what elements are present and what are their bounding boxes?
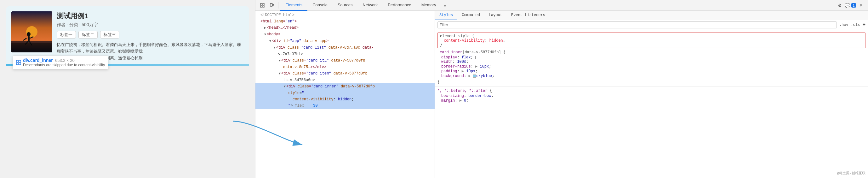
svg-rect-18	[270, 3, 273, 6]
background-color-swatch[interactable]	[473, 75, 476, 78]
prop-background: background: ▶ skyblue;	[441, 74, 866, 78]
card-container: 测试用例1 作者 · 分类 · 500万字 标签一 标签二 标签三 忆在广陵初，…	[6, 6, 249, 66]
styles-cls-button[interactable]: .cls	[851, 23, 860, 27]
watermark: @稀土掘·创维互联	[837, 171, 866, 176]
styles-filter-row: :hov .cls +	[435, 20, 868, 30]
tab-network[interactable]: Network	[358, 0, 383, 11]
styles-tabs: Styles Computed Layout Event Listeners	[435, 11, 868, 20]
notification-count: 1	[851, 3, 856, 7]
svg-rect-14	[260, 3, 262, 5]
prop-display: display: flex;	[441, 55, 866, 60]
svg-rect-12	[19, 63, 21, 65]
devtools-content: <!DOCTYPE html> <html lang="en"> ▶<head>…	[255, 11, 868, 178]
dom-body[interactable]: ▼<body>	[255, 31, 435, 38]
tab-sources[interactable]: Sources	[333, 0, 358, 11]
dom-doctype[interactable]: <!DOCTYPE html>	[255, 12, 435, 18]
dom-card-inner-style[interactable]: style="	[255, 90, 435, 96]
styles-tab-event-listeners[interactable]: Event Listeners	[507, 11, 550, 20]
content-visibility-prop: content-visibility	[444, 38, 485, 43]
prop-border-radius: border-radius: ▶ 10px;	[441, 64, 866, 69]
svg-rect-4	[28, 36, 30, 41]
devtools-tabs: Elements Console Sources Network Perform…	[280, 0, 835, 11]
more-tabs-button[interactable]: »	[441, 3, 449, 8]
svg-point-1	[26, 26, 37, 37]
dom-card-inner-close[interactable]: "> flex == $0	[255, 103, 435, 109]
prop-margin: margin: ▶ 0;	[441, 98, 866, 103]
card-inner-close: }	[435, 79, 868, 85]
card-inner: 测试用例1 作者 · 分类 · 500万字 标签一 标签二 标签三 忆在广陵初，…	[11, 11, 244, 61]
svg-rect-16	[260, 6, 262, 7]
tag-3[interactable]: 标签三	[100, 31, 119, 39]
dom-card-list-2[interactable]: v-7a7a37b1>	[255, 51, 435, 57]
webpage-preview: 测试用例1 作者 · 分类 · 500万字 标签一 标签二 标签三 忆在广陵初，…	[0, 0, 255, 178]
prop-width: width: 100%;	[441, 60, 866, 64]
styles-filter-input[interactable]	[437, 22, 837, 28]
dom-html[interactable]: <html lang="en">	[255, 18, 435, 25]
styles-tab-computed[interactable]: Computed	[457, 11, 485, 20]
content-visibility-val: hidden	[490, 38, 503, 43]
styles-hov-button[interactable]: :hov	[839, 23, 848, 27]
device-toolbar-button[interactable]	[268, 1, 276, 10]
dom-head[interactable]: ▶<head>…</head>	[255, 25, 435, 31]
svg-rect-19	[273, 4, 274, 6]
card-inner-selector: .card_inner[data-v-5877d0fb] {	[435, 50, 868, 55]
dom-card-item-1[interactable]: ▶<div class="card_it…" data-v-5877d0fb	[255, 57, 435, 64]
tooltip-desc: Descendants are skipped due to content-v…	[23, 63, 105, 67]
dom-card-item-2[interactable]: ▼<div class="card_item" data-v-5877d0fb	[255, 70, 435, 77]
universal-selector: *, *::before, *::after {	[435, 88, 868, 94]
svg-rect-10	[19, 60, 21, 62]
element-style-rule: element.style { content-visibility: hidd…	[437, 32, 866, 48]
card-content: 测试用例1 作者 · 分类 · 500万字 标签一 标签二 标签三 忆在广陵初，…	[57, 11, 244, 61]
card-inner-rule: .card_inner[data-v-5877d0fb] { display: …	[435, 50, 868, 85]
card-title: 测试用例1	[57, 11, 244, 21]
styles-tab-layout[interactable]: Layout	[485, 11, 507, 20]
styles-add-button[interactable]: +	[862, 22, 866, 28]
element-style-selector: element.style {	[440, 34, 863, 38]
card-image	[11, 11, 52, 52]
tab-memory[interactable]: Memory	[416, 0, 441, 11]
card-inner-props: display: flex; width: 100%; border-radiu…	[435, 55, 868, 79]
dom-card-inner[interactable]: ▼<div class="card_inner" data-v-5877d0fb	[255, 83, 435, 90]
styles-panel: Styles Computed Layout Event Listeners :…	[435, 11, 868, 178]
svg-point-3	[27, 32, 31, 36]
devtools-toolbar: Elements Console Sources Network Perform…	[255, 0, 868, 11]
element-tooltip: div.card_inner 653.2 × 20 Descendants ar…	[12, 55, 108, 70]
dom-card-list[interactable]: ▼<div class="card_list" data-v-8d7…a0c d…	[255, 45, 435, 51]
element-style-props: content-visibility: hidden;	[440, 38, 863, 43]
inspect-element-button[interactable]	[258, 1, 267, 10]
styles-content: element.style { content-visibility: hidd…	[435, 30, 868, 106]
tag-2[interactable]: 标签二	[79, 31, 98, 39]
tag-1[interactable]: 标签一	[57, 31, 76, 39]
tab-console[interactable]: Console	[307, 0, 333, 11]
settings-button[interactable]: ⚙	[835, 1, 844, 10]
rule-separator	[435, 86, 868, 87]
toolbar-divider	[278, 2, 278, 8]
element-label: div.card_inner	[23, 58, 53, 63]
element-icon	[16, 60, 21, 65]
svg-rect-17	[263, 6, 264, 7]
element-style-close: }	[440, 43, 863, 47]
svg-rect-9	[17, 60, 18, 62]
card-tags: 标签一 标签二 标签三	[57, 31, 244, 39]
dom-content-visibility[interactable]: content-visibility: hidden;	[255, 96, 435, 103]
dom-panel[interactable]: <!DOCTYPE html> <html lang="en"> ▶<head>…	[255, 11, 435, 178]
dom-card-item-1b[interactable]: data-v-8d75…></div>	[255, 64, 435, 70]
dom-card-item-2b[interactable]: ta-v-8d756a6c>	[255, 77, 435, 83]
close-devtools-button[interactable]: ✕	[857, 1, 866, 10]
svg-rect-2	[11, 41, 52, 52]
devtools-panel: Elements Console Sources Network Perform…	[255, 0, 868, 178]
dom-div-app[interactable]: ▼<div id="app" data-v-app>	[255, 38, 435, 45]
tab-elements[interactable]: Elements	[280, 0, 307, 11]
svg-rect-11	[17, 63, 18, 65]
prop-box-sizing: box-sizing: border-box;	[441, 94, 866, 98]
tab-performance[interactable]: Performance	[383, 0, 416, 11]
styles-tab-styles[interactable]: Styles	[435, 11, 457, 20]
prop-padding: padding: ▶ 10px;	[441, 69, 866, 74]
element-size: 653.2 × 20	[54, 58, 74, 63]
card-subtitle: 作者 · 分类 · 500万字	[57, 22, 244, 28]
notification-button[interactable]: 💬 1	[846, 1, 855, 10]
universal-props: box-sizing: border-box; margin: ▶ 0;	[435, 94, 868, 104]
universal-rule: *, *::before, *::after { box-sizing: bor…	[435, 88, 868, 104]
svg-rect-15	[263, 3, 264, 5]
